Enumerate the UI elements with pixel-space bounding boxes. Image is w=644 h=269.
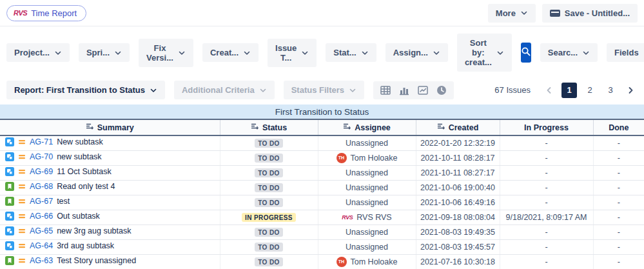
assignee-name: Unassigned — [346, 183, 388, 192]
page-next-icon[interactable] — [623, 86, 638, 95]
priority-medium-icon — [18, 138, 26, 146]
done-value: - — [593, 150, 644, 165]
more-button[interactable]: More — [488, 4, 536, 23]
filter-dropdown[interactable]: Spri... — [79, 43, 130, 62]
issue-key-link[interactable]: AG-69 — [30, 167, 53, 176]
column-header[interactable]: Assignee — [318, 119, 416, 135]
status-filters-dropdown[interactable]: Status Filters — [284, 81, 364, 99]
page-number[interactable]: 3 — [603, 83, 618, 98]
filter-dropdown[interactable]: Searc... — [540, 43, 598, 62]
in-progress-value: - — [500, 165, 593, 180]
time-report-app-button[interactable]: RVS Time Report — [6, 5, 86, 21]
subtask-icon — [5, 226, 14, 235]
created-value: 2021-10-11 08:27:17 — [416, 165, 500, 180]
status-badge: TO DO — [255, 183, 282, 192]
topbar-actions: More Save - Untitled... — [488, 4, 638, 23]
issue-key-link[interactable]: AG-66 — [30, 212, 53, 221]
table-row: AG-71 New subtask TO DO Unassigned 2022-… — [0, 135, 644, 150]
story-icon — [5, 182, 14, 191]
top-bar: RVS Time Report More Save - Untitled... — [0, 0, 644, 26]
filter-dropdown[interactable]: Project... — [6, 43, 70, 62]
column-header[interactable]: Summary — [0, 119, 220, 135]
status-badge: TO DO — [255, 154, 282, 163]
page-number[interactable]: 2 — [582, 83, 598, 98]
filter-dropdown[interactable]: Stat... — [326, 43, 376, 62]
assignee-name: Tom Holoake — [351, 154, 398, 163]
table-row: AG-63 Test Story unassigned TO DO TH Tom… — [0, 254, 644, 269]
column-header-label: In Progress — [524, 123, 569, 132]
filter-label: Sort by: creat... — [465, 38, 492, 67]
column-header: In Progress — [500, 119, 593, 135]
column-header-label: Summary — [97, 123, 134, 132]
column-header[interactable]: Status — [220, 119, 318, 135]
issue-key-link[interactable]: AG-70 — [30, 152, 53, 161]
filter-dropdown[interactable]: Assign... — [385, 43, 448, 62]
table-view-icon[interactable] — [380, 85, 391, 96]
issue-summary: new 3rg aug subtask — [57, 226, 131, 235]
filter-label: Fields — [614, 48, 639, 57]
chevron-down-icon — [582, 49, 590, 57]
view-switcher — [373, 81, 454, 99]
issue-key-link[interactable]: AG-63 — [30, 256, 53, 265]
issue-key-link[interactable]: AG-68 — [30, 182, 53, 191]
save-button[interactable]: Save - Untitled... — [542, 4, 638, 23]
bar-chart-view-icon[interactable] — [398, 85, 410, 96]
page-number[interactable]: 1 — [561, 83, 577, 98]
time-view-icon[interactable] — [436, 85, 447, 96]
table-title: First Transition to Status — [0, 105, 644, 119]
assignee-avatar: TH — [337, 257, 347, 267]
story-icon — [5, 256, 14, 265]
table-row: AG-70 new subtask TO DO TH Tom Holoake 2… — [0, 150, 644, 165]
done-value: - — [593, 224, 644, 239]
filter-dropdown[interactable]: Fix Versi... — [139, 39, 193, 67]
filter-label: Creat... — [210, 48, 239, 57]
issue-key-link[interactable]: AG-65 — [30, 226, 53, 235]
table-row: AG-69 11 Oct Subtask TO DO Unassigned 20… — [0, 165, 644, 180]
chevron-down-icon — [259, 86, 267, 94]
chevron-down-icon — [496, 49, 504, 57]
more-button-label: More — [496, 8, 516, 18]
issue-key-link[interactable]: AG-71 — [30, 137, 53, 146]
chevron-down-icon — [178, 49, 186, 57]
filter-label: Assign... — [393, 48, 428, 57]
status-badge: TO DO — [255, 168, 282, 177]
status-badge: IN PROGRESS — [242, 213, 296, 222]
filter-dropdown[interactable]: Creat... — [202, 43, 259, 62]
created-value: 2021-08-03 19:45:57 — [416, 239, 500, 254]
assignee-avatar: TH — [337, 153, 347, 163]
assignee-name: Unassigned — [346, 243, 388, 252]
line-chart-view-icon[interactable] — [417, 85, 429, 96]
filter-dropdown[interactable]: Fields — [607, 43, 644, 62]
chevron-down-icon — [54, 49, 62, 57]
page-prev-icon[interactable] — [542, 86, 556, 95]
column-header-label: Done — [609, 123, 629, 132]
column-header[interactable]: Created — [416, 119, 500, 135]
search-button[interactable] — [521, 43, 531, 63]
filter-label: Searc... — [548, 48, 578, 57]
issue-summary: 11 Oct Subtask — [57, 167, 112, 176]
done-value: - — [593, 165, 644, 180]
report-type-dropdown[interactable]: Report: First Transition to Status — [6, 81, 165, 99]
priority-medium-icon — [18, 153, 26, 161]
created-value: 2021-09-18 08:08:04 — [416, 210, 500, 224]
priority-medium-icon — [18, 257, 26, 264]
story-icon — [5, 197, 14, 206]
status-badge: TO DO — [255, 198, 282, 207]
assignee-name: Tom Holoake — [351, 257, 398, 266]
filter-label: Project... — [14, 48, 50, 57]
additional-criteria-dropdown[interactable]: Additional Criteria — [174, 81, 275, 99]
issue-key-link[interactable]: AG-64 — [30, 241, 53, 250]
filter-dropdown[interactable]: Issue T... — [268, 39, 317, 67]
chevron-down-icon — [349, 86, 356, 94]
created-value: 2021-07-16 10:30:18 — [416, 254, 500, 269]
in-progress-value: - — [500, 180, 593, 195]
sort-icon — [251, 123, 259, 132]
filter-dropdown[interactable]: Sort by: creat... — [457, 34, 512, 72]
additional-criteria-label: Additional Criteria — [182, 85, 255, 95]
in-progress-value: - — [500, 254, 593, 269]
column-header-label: Status — [262, 123, 287, 132]
in-progress-value: - — [500, 239, 593, 254]
issue-key-link[interactable]: AG-67 — [30, 197, 53, 206]
in-progress-value: - — [500, 195, 593, 210]
filter-bar: Project... Spri... Fix Versi... Creat...… — [0, 26, 644, 79]
